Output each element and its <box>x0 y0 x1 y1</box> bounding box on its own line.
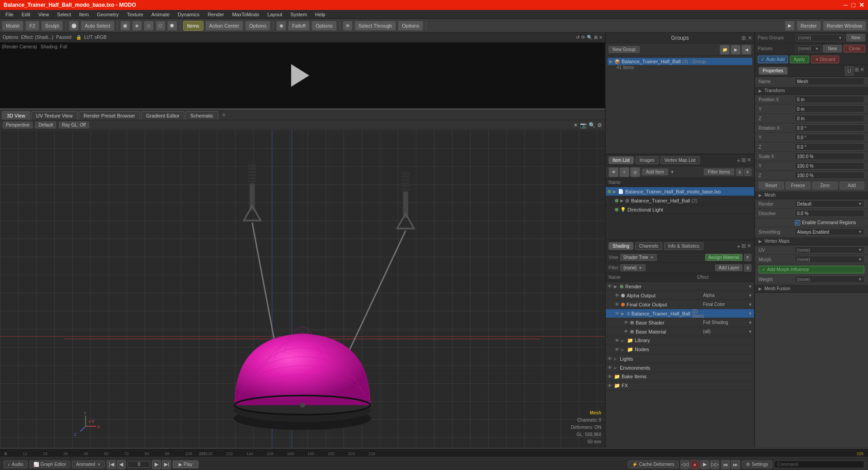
select-options-btn[interactable]: Options <box>398 21 423 31</box>
tab-uv-texture[interactable]: UV Texture View <box>31 111 78 120</box>
shader-lights[interactable]: 👁 ▶ Lights <box>606 354 754 363</box>
rotation-z-value[interactable]: 0.0 ° <box>795 143 864 150</box>
name-value[interactable]: Mesh <box>795 78 864 85</box>
menu-item[interactable]: Item <box>75 11 92 18</box>
action-center-btn[interactable]: Action Center <box>205 21 244 31</box>
tool-icon-4[interactable]: ⬡ <box>156 21 165 31</box>
menu-maxtomodo[interactable]: MaxToModo <box>228 11 263 18</box>
scale-z-value[interactable]: 100.0 % <box>795 172 864 179</box>
select-through-icon[interactable]: ⊕ <box>343 21 353 31</box>
tab-3d-view[interactable]: 3D View <box>2 111 30 120</box>
add-layer-btn[interactable]: Add Layer <box>715 264 742 271</box>
shader-alpha-output[interactable]: 👁 Alpha Output Alpha ▼ <box>606 291 754 300</box>
shading-close-icon[interactable]: ✕ <box>747 243 751 250</box>
shader-render[interactable]: 👁 ▶ Render ▼ <box>606 282 754 291</box>
mode-sculpt-btn[interactable]: Sculpt <box>41 21 63 31</box>
properties-user-icon[interactable]: U <box>845 66 854 75</box>
zero-btn[interactable]: Zero <box>812 182 838 189</box>
item-sel-icon[interactable]: ◎ <box>630 167 640 177</box>
shading-expand-icon[interactable]: ⊞ <box>741 243 746 250</box>
menu-file[interactable]: File <box>2 11 17 18</box>
scale-y-value[interactable]: 100.0 % <box>795 162 864 169</box>
falloff-icon[interactable]: ◉ <box>276 21 286 31</box>
item-list-close-icon[interactable]: ✕ <box>747 157 751 164</box>
shader-environments[interactable]: 👁 ▶ Environments <box>606 363 754 372</box>
transport-rec[interactable]: ● <box>690 460 699 469</box>
rotation-x-value[interactable]: 0.0 ° <box>795 124 864 132</box>
vp-settings-icon[interactable]: ⚙ <box>597 122 602 128</box>
position-y-value[interactable]: 0 m <box>795 105 864 113</box>
shader-bake-items[interactable]: 👁 📁 Bake Items <box>606 372 754 381</box>
shader-S-btn[interactable]: S <box>744 264 751 272</box>
mode-f2-btn[interactable]: F2 <box>25 21 39 31</box>
tab-item-list[interactable]: Item List <box>609 156 634 164</box>
discard-btn[interactable]: ✕ Discard <box>811 56 840 63</box>
items-btn[interactable]: Items <box>183 21 203 31</box>
skip-end-btn[interactable]: ▶| <box>162 460 171 469</box>
render-btn[interactable]: Render <box>797 21 821 31</box>
add-item-btn[interactable]: Add Item <box>642 169 668 175</box>
prev-frame-btn[interactable]: ◀ <box>117 460 126 469</box>
transport-prev[interactable]: ◁◁ <box>680 460 689 469</box>
tool-icon-2[interactable]: ◈ <box>132 21 142 31</box>
select-through-btn[interactable]: Select Through <box>354 21 396 31</box>
maximize-btn[interactable]: □ <box>852 1 855 9</box>
position-x-value[interactable]: 0 m <box>795 96 864 103</box>
new-pass-btn[interactable]: New <box>846 34 865 42</box>
new-group-btn[interactable]: New Group <box>609 46 640 53</box>
shader-fx[interactable]: 👁 📁 FX <box>606 381 754 390</box>
frame-input[interactable]: 0 <box>127 461 150 468</box>
preview-paused-label[interactable]: Paused <box>56 35 71 40</box>
preview-fit-icon[interactable]: ⊞ <box>594 35 598 40</box>
groups-icon-2[interactable]: ▶ <box>731 45 741 55</box>
item-vis-icon[interactable]: 👁 <box>609 167 618 177</box>
tool-icon-3[interactable]: ◇ <box>144 21 154 31</box>
menu-animate[interactable]: Animate <box>148 11 173 18</box>
skip-start-btn[interactable]: |◀ <box>107 460 116 469</box>
item-list-expand-icon[interactable]: ⊞ <box>741 157 746 164</box>
morph-dropdown[interactable]: (none) ▼ <box>795 256 864 263</box>
groups-close-icon[interactable]: ✕ <box>748 35 752 41</box>
falloff-options-btn[interactable]: Options <box>311 21 337 31</box>
tab-schematic[interactable]: Schematic <box>185 111 218 120</box>
shader-library[interactable]: 👁 ▶ 📁 Library <box>606 336 754 345</box>
enable-cmd-checkbox[interactable]: ✓ <box>795 220 800 226</box>
tab-shading[interactable]: Shading <box>609 242 633 250</box>
tab-info-stats[interactable]: Info & Statistics <box>664 242 703 250</box>
vp-camera-icon[interactable]: 📷 <box>580 122 587 128</box>
smoothing-dropdown[interactable]: Always Enabled ▼ <box>795 228 864 235</box>
passes-dropdown[interactable]: (none) ▼ <box>796 45 821 52</box>
vp-perspective-dropdown[interactable]: Perspective <box>3 122 33 128</box>
auto-select-label[interactable]: Auto Select <box>80 21 114 31</box>
menu-edit[interactable]: Edit <box>18 11 34 18</box>
scale-x-value[interactable]: 100.0 % <box>795 153 864 160</box>
menu-texture[interactable]: Texture <box>123 11 147 18</box>
auto-add-btn[interactable]: ✓ Auto Add <box>758 56 788 63</box>
rotation-y-value[interactable]: 0.0 ° <box>795 134 864 141</box>
preview-content[interactable]: (Render Camera) Shading: Full <box>0 42 605 108</box>
menu-render[interactable]: Render <box>204 11 227 18</box>
group-item-balance-trainer[interactable]: ▶ 📦 Balance_Trainer_Half_Ball (3) : Grou… <box>608 58 752 65</box>
shader-base-material[interactable]: 👁 Base Material (all) ▼ <box>606 327 754 336</box>
graph-editor-btn[interactable]: 📈 Graph Editor <box>29 461 71 468</box>
play-btn[interactable]: ▶ Play <box>173 461 198 468</box>
assign-material-btn[interactable]: Assign Material <box>705 254 742 261</box>
vp-ray-gl-dropdown[interactable]: Ray GL: Off <box>59 122 89 128</box>
close-btn[interactable]: ✕ <box>859 1 864 9</box>
menu-system[interactable]: System <box>287 11 311 18</box>
shader-tree[interactable]: 👁 ▶ Render ▼ 👁 Alpha Output <box>606 282 754 447</box>
position-z-value[interactable]: 0 m <box>795 115 864 122</box>
preview-sync-icon[interactable]: ⟳ <box>581 35 585 40</box>
properties-close-icon[interactable]: ✕ <box>860 66 864 75</box>
menu-geometry[interactable]: Geometry <box>93 11 122 18</box>
preview-zoom-icon[interactable]: 🔍 <box>587 35 592 40</box>
reset-btn[interactable]: Reset <box>759 182 784 189</box>
new-passes-btn[interactable]: New <box>823 45 842 52</box>
preview-options-label[interactable]: Options <box>3 35 18 40</box>
auto-select-btn[interactable]: ⬤ <box>69 21 79 31</box>
preview-refresh-icon[interactable]: ↺ <box>576 35 580 40</box>
freeze-btn[interactable]: Freeze <box>786 182 811 189</box>
groups-icon-3[interactable]: ◀ <box>741 45 751 55</box>
tab-render-preset[interactable]: Render Preset Browser <box>79 111 140 120</box>
weight-dropdown[interactable]: (none) ▼ <box>795 276 864 283</box>
